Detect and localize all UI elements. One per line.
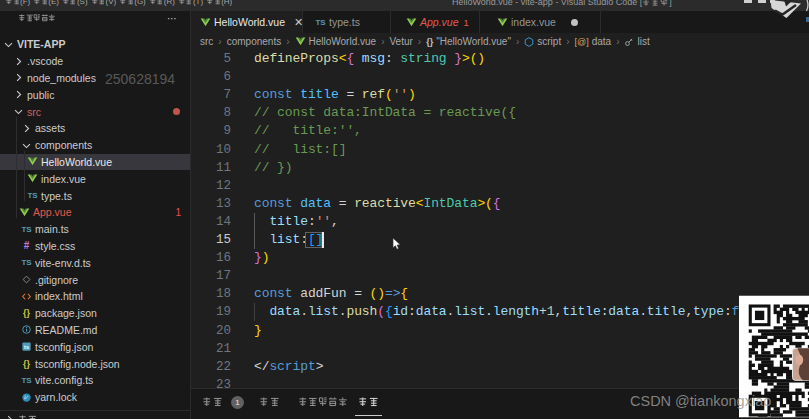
svg-text:ts: ts — [24, 344, 29, 350]
